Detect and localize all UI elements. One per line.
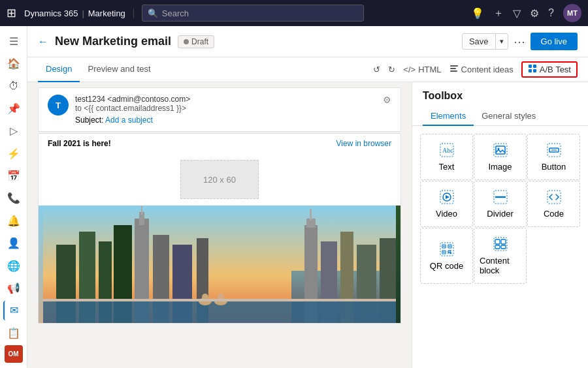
search-input[interactable] bbox=[162, 8, 358, 18]
sidebar-pin-icon[interactable]: 📌 bbox=[3, 99, 24, 118]
svg-rect-2 bbox=[450, 70, 457, 72]
toolbox-item-video[interactable]: Video bbox=[420, 181, 473, 227]
user-avatar[interactable]: MT bbox=[563, 4, 581, 22]
sidebar-email-icon[interactable]: ✉ bbox=[3, 301, 24, 320]
email-meta: test1234 <admin@contoso.com> to <{{ cont… bbox=[75, 95, 376, 125]
email-to: to <{{ contact.emailaddress1 }}> bbox=[75, 104, 376, 113]
ab-test-button[interactable]: A/B Test bbox=[521, 61, 578, 78]
sidebar-bell-icon[interactable]: 🔔 bbox=[3, 211, 24, 230]
email-canvas[interactable]: Fall 2021 is here! View in browser 120 x… bbox=[38, 133, 401, 324]
status-badge: Draft bbox=[178, 35, 214, 48]
toolbox-panel: Toolbox Elements General styles Abc Text bbox=[412, 82, 588, 368]
save-label[interactable]: Save bbox=[463, 34, 496, 49]
add-icon[interactable]: ＋ bbox=[493, 7, 504, 20]
sidebar-play-icon[interactable]: ▷ bbox=[3, 121, 24, 141]
text-tool-label: Text bbox=[439, 162, 455, 172]
sender-avatar: T bbox=[48, 95, 69, 115]
svg-rect-6 bbox=[533, 69, 536, 72]
svg-text:Abc: Abc bbox=[442, 147, 453, 154]
email-settings-icon[interactable]: ⚙ bbox=[383, 95, 391, 105]
email-subject: Subject: Add a subject bbox=[75, 115, 376, 125]
main-layout: ☰ 🏠 ⏱ 📌 ▷ ⚡ 📅 📞 🔔 👤 🌐 📢 ✉ 📋 OM ← New Mar… bbox=[0, 26, 588, 368]
toolbox-item-qr[interactable]: QR code bbox=[420, 228, 473, 284]
content-ideas-label: Content ideas bbox=[461, 65, 514, 74]
toolbox-title: Toolbox bbox=[412, 82, 588, 102]
tab-preview[interactable]: Preview and test bbox=[80, 57, 158, 82]
toolbox-item-divider[interactable]: Divider bbox=[474, 181, 527, 227]
undo-icon: ↺ bbox=[373, 65, 380, 74]
ab-test-label: A/B Test bbox=[540, 65, 571, 74]
redo-button[interactable]: ↻ bbox=[388, 65, 395, 74]
status-text: Draft bbox=[191, 37, 208, 46]
filter-icon[interactable]: ▽ bbox=[513, 7, 521, 20]
svg-rect-15 bbox=[141, 206, 142, 215]
sidebar-phone-icon[interactable]: 📞 bbox=[3, 189, 24, 208]
sidebar-recent-icon[interactable]: ⏱ bbox=[3, 76, 24, 96]
redo-icon: ↻ bbox=[388, 65, 395, 74]
sidebar-bottom-avatar[interactable]: OM bbox=[5, 345, 23, 363]
save-button-group[interactable]: Save ▾ bbox=[462, 33, 508, 50]
toolbox-item-code[interactable]: Code bbox=[527, 181, 580, 227]
grid-icon[interactable]: ⊞ bbox=[7, 6, 16, 20]
html-label: HTML bbox=[418, 65, 441, 74]
top-navigation-bar: ⊞ Dynamics 365 | Marketing 🔍 💡 ＋ ▽ ⚙ ? M… bbox=[0, 0, 588, 26]
button-tool-icon bbox=[546, 142, 562, 158]
header-right-actions: Save ▾ ⋯ Go live bbox=[462, 33, 578, 50]
sidebar-lightning-icon[interactable]: ⚡ bbox=[3, 144, 24, 163]
module-name: Marketing bbox=[88, 8, 125, 18]
content-area: ← New Marketing email Draft Save ▾ ⋯ Go … bbox=[27, 26, 588, 368]
content-ideas-button[interactable]: Content ideas bbox=[449, 64, 514, 75]
sidebar-globe-icon[interactable]: 🌐 bbox=[3, 256, 24, 275]
city-image[interactable] bbox=[39, 206, 400, 323]
email-top-bar-text: Fall 2021 is here! bbox=[48, 139, 111, 148]
more-options-button[interactable]: ⋯ bbox=[514, 35, 525, 49]
email-editor[interactable]: T test1234 <admin@contoso.com> to <{{ co… bbox=[27, 82, 412, 368]
toolbox-item-text[interactable]: Abc Text bbox=[420, 134, 473, 180]
undo-button[interactable]: ↺ bbox=[373, 65, 380, 74]
image-tool-label: Image bbox=[488, 162, 512, 172]
svg-rect-52 bbox=[443, 251, 444, 253]
toolbox-item-button[interactable]: Button bbox=[527, 134, 580, 180]
search-box[interactable]: 🔍 bbox=[142, 5, 364, 22]
button-tool-label: Button bbox=[542, 162, 566, 172]
sidebar-calendar-icon[interactable]: 📅 bbox=[3, 166, 24, 185]
sidebar-home-icon[interactable]: 🏠 bbox=[3, 54, 24, 73]
sidebar-megaphone-icon[interactable]: 📢 bbox=[3, 278, 24, 298]
page-header: ← New Marketing email Draft Save ▾ ⋯ Go … bbox=[27, 26, 588, 57]
placeholder-image[interactable]: 120 x 60 bbox=[180, 160, 259, 199]
left-sidebar: ☰ 🏠 ⏱ 📌 ▷ ⚡ 📅 📞 🔔 👤 🌐 📢 ✉ 📋 OM bbox=[0, 26, 27, 368]
email-top-bar: Fall 2021 is here! View in browser bbox=[39, 134, 400, 153]
code-tool-label: Code bbox=[544, 209, 564, 219]
toolbox-item-content-block[interactable]: Content block bbox=[474, 228, 527, 284]
content-ideas-icon bbox=[449, 64, 459, 75]
subject-label: Subject: bbox=[75, 115, 103, 125]
toolbox-tab-general-styles[interactable]: General styles bbox=[474, 107, 544, 126]
qr-tool-icon bbox=[439, 241, 455, 257]
qr-tool-label: QR code bbox=[430, 261, 463, 271]
lightbulb-icon[interactable]: 💡 bbox=[471, 7, 484, 20]
toolbox-items-grid: Abc Text Image bbox=[412, 126, 588, 368]
sidebar-person-icon[interactable]: 👤 bbox=[3, 234, 24, 253]
toolbox-tabs: Elements General styles bbox=[412, 102, 588, 126]
view-in-browser-link[interactable]: View in browser bbox=[336, 139, 391, 148]
divider-tool-icon bbox=[493, 189, 508, 205]
back-button[interactable]: ← bbox=[38, 36, 48, 48]
toolbox-item-image[interactable]: Image bbox=[474, 134, 527, 180]
add-subject-link[interactable]: Add a subject bbox=[105, 115, 153, 125]
settings-icon[interactable]: ⚙ bbox=[530, 7, 539, 20]
brand-name: Dynamics 365 bbox=[24, 8, 78, 18]
sidebar-menu-icon[interactable]: ☰ bbox=[3, 31, 24, 51]
go-live-button[interactable]: Go live bbox=[531, 33, 578, 50]
help-icon[interactable]: ? bbox=[548, 7, 554, 19]
brand-section: Dynamics 365 | Marketing bbox=[24, 8, 134, 18]
html-button[interactable]: </> HTML bbox=[403, 65, 441, 74]
tab-bar: Design Preview and test ↺ ↻ </> HTML bbox=[27, 57, 588, 82]
svg-rect-1 bbox=[450, 68, 456, 69]
sidebar-list-icon[interactable]: 📋 bbox=[3, 323, 24, 343]
ab-test-icon bbox=[528, 64, 537, 75]
tab-actions: ↺ ↻ </> HTML Content ideas bbox=[373, 61, 578, 78]
tab-design[interactable]: Design bbox=[38, 57, 80, 82]
save-dropdown-arrow[interactable]: ▾ bbox=[496, 35, 508, 48]
toolbox-tab-elements[interactable]: Elements bbox=[423, 107, 474, 126]
svg-rect-35 bbox=[496, 146, 505, 154]
